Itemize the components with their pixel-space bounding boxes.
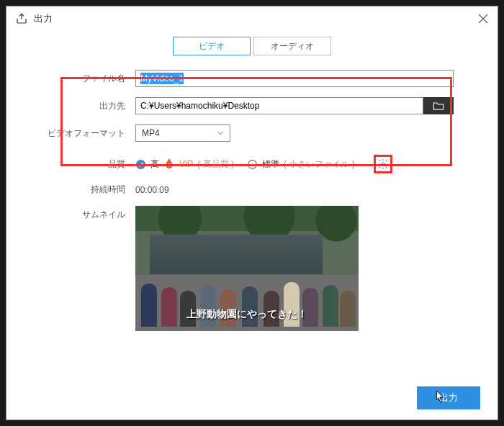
output-path-input[interactable]: C:¥Users¥hamochiku¥Desktop bbox=[135, 97, 423, 114]
label-duration: 持続時間 bbox=[24, 183, 135, 196]
label-thumbnail: サムネイル bbox=[24, 206, 135, 221]
row-duration: 持続時間 00:00:09 bbox=[24, 183, 480, 196]
tabs: ビデオ オーディオ bbox=[6, 37, 498, 55]
svg-point-2 bbox=[382, 163, 384, 166]
row-thumbnail: サムネイル bbox=[24, 206, 480, 331]
gear-icon bbox=[377, 158, 389, 170]
output-button[interactable]: 出力 bbox=[417, 386, 480, 409]
label-format: ビデオフォーマット bbox=[24, 127, 135, 140]
vip-label: VIP bbox=[179, 159, 193, 169]
radio-checked-icon bbox=[135, 159, 146, 170]
row-filename: ファイル名 MyVideo_1 bbox=[24, 70, 480, 87]
thumbnail-preview: 上野動物園にやってきた！ bbox=[135, 206, 359, 331]
format-value: MP4 bbox=[142, 128, 160, 138]
browse-folder-button[interactable] bbox=[423, 97, 454, 114]
row-format: ビデオフォーマット MP4 bbox=[24, 124, 480, 142]
folder-icon bbox=[433, 101, 444, 111]
radio-unchecked-icon bbox=[247, 159, 258, 170]
duration-value: 00:00:09 bbox=[135, 185, 169, 195]
quality-high-note: ( 高品質 ) bbox=[197, 158, 234, 171]
form: ファイル名 MyVideo_1 出力先 C:¥Users¥hamochiku¥D… bbox=[6, 70, 498, 331]
quality-std-note: ( 小さいファイル ) bbox=[284, 158, 355, 171]
output-path-value: C:¥Users¥hamochiku¥Desktop bbox=[140, 101, 259, 111]
footer: 出力 bbox=[417, 386, 480, 409]
cursor-icon bbox=[433, 389, 446, 405]
export-dialog: 出力 ビデオ オーディオ ファイル名 MyVideo_1 出力先 C:¥User… bbox=[6, 6, 498, 420]
label-filename: ファイル名 bbox=[24, 73, 135, 85]
row-output-path: 出力先 C:¥Users¥hamochiku¥Desktop bbox=[24, 97, 480, 114]
thumbnail-subtitle: 上野動物園にやってきた！ bbox=[135, 308, 359, 321]
filename-value: MyVideo_1 bbox=[140, 73, 184, 84]
format-select[interactable]: MP4 bbox=[135, 124, 230, 142]
row-quality: 品質 高 VIP ( 高品質 ) 標準 ( 小さいファイル ) bbox=[24, 155, 480, 173]
export-icon bbox=[15, 12, 28, 25]
svg-point-1 bbox=[248, 160, 257, 168]
tab-audio[interactable]: オーディオ bbox=[253, 37, 331, 55]
quality-std-label: 標準 bbox=[262, 158, 279, 171]
dialog-title: 出力 bbox=[34, 12, 477, 25]
quality-high-label: 高 bbox=[150, 158, 159, 171]
titlebar: 出力 bbox=[6, 6, 498, 31]
filename-input[interactable]: MyVideo_1 bbox=[135, 70, 454, 87]
label-output-to: 出力先 bbox=[24, 100, 135, 112]
quality-radio-high[interactable]: 高 VIP ( 高品質 ) bbox=[135, 158, 234, 171]
label-quality: 品質 bbox=[24, 158, 135, 171]
tab-video[interactable]: ビデオ bbox=[173, 37, 251, 55]
close-icon[interactable] bbox=[477, 13, 489, 24]
chevron-down-icon bbox=[217, 130, 224, 137]
flame-icon bbox=[163, 158, 175, 171]
quality-radio-standard[interactable]: 標準 ( 小さいファイル ) bbox=[247, 158, 355, 171]
quality-settings-button[interactable] bbox=[374, 155, 392, 173]
